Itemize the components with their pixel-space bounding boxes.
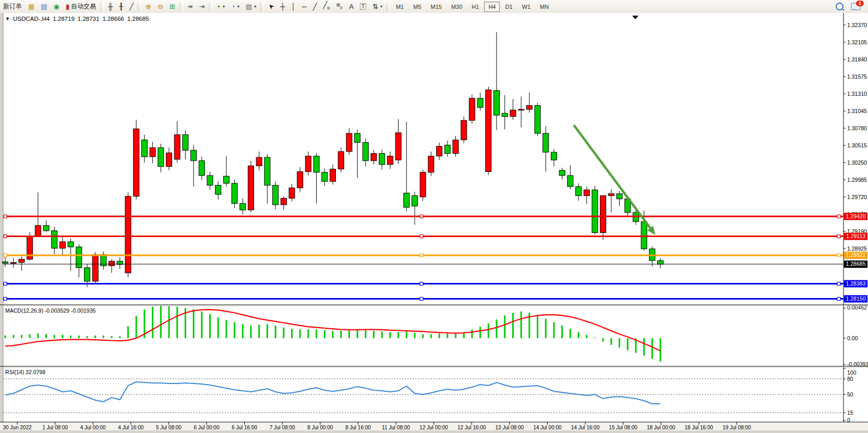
tile-windows-icon[interactable]: ⊞ <box>166 2 178 11</box>
candlestick-chart-icon[interactable]: ╂ <box>116 2 126 11</box>
price-level-badge-label: 1.28150 <box>846 295 866 302</box>
candle-body <box>264 157 270 185</box>
timeframe-mn-button[interactable]: MN <box>536 2 553 12</box>
price-tick-label: 1.31045 <box>847 108 867 114</box>
line-anchor-handle[interactable] <box>420 254 423 257</box>
candlestick <box>338 147 344 172</box>
line-anchor-handle[interactable] <box>4 298 7 301</box>
timeframe-d1-button[interactable]: D1 <box>501 2 516 12</box>
timeframe-h1-button[interactable]: H1 <box>467 2 483 12</box>
candle-body <box>199 160 204 176</box>
templates-icon[interactable]: ▧▾ <box>243 2 259 11</box>
candle-body <box>453 140 459 153</box>
line-anchor-handle[interactable] <box>837 298 840 301</box>
line-anchor-handle[interactable] <box>837 215 840 218</box>
line-anchor-handle[interactable] <box>4 215 7 218</box>
candle-body <box>355 133 360 142</box>
line-anchor-handle[interactable] <box>420 235 423 238</box>
indicators-icon[interactable]: +▾ <box>214 2 228 11</box>
line-anchor-handle[interactable] <box>420 298 423 301</box>
line-anchor-handle[interactable] <box>420 282 423 286</box>
timeframe-h4-button[interactable]: H4 <box>484 2 500 12</box>
vertical-line-icon[interactable]: │ <box>288 2 298 11</box>
line-anchor-handle[interactable] <box>4 235 7 238</box>
toolbar-separator <box>209 2 213 11</box>
line-anchor-handle[interactable] <box>420 215 423 218</box>
price-level-badge-label: 1.29420 <box>846 213 866 219</box>
notifications-icon[interactable]: 1 <box>851 3 861 10</box>
candle-body <box>387 156 393 165</box>
ohlc-open: 1.28719 <box>53 16 75 22</box>
timeframe-m1-button[interactable]: M1 <box>392 2 408 12</box>
timeframe-m15-button[interactable]: M15 <box>427 2 446 12</box>
horizontal-line-icon[interactable]: ─ <box>299 2 310 11</box>
shapes-icon-dropdown[interactable]: ▾ <box>380 4 382 9</box>
periods-icon[interactable]: ◔▾ <box>228 2 243 11</box>
line-anchor-handle[interactable] <box>837 235 840 238</box>
line-anchor-handle[interactable] <box>837 254 840 257</box>
chart-shift-icon[interactable]: ⇥ <box>196 2 208 11</box>
label-icon[interactable]: T <box>357 2 369 11</box>
crosshair-icon: ┼ <box>280 3 285 10</box>
new-order-button[interactable]: 新订单 <box>0 1 25 13</box>
line-chart-icon[interactable]: ╱ <box>126 2 137 11</box>
fibonacci-icon[interactable]: ≡F <box>333 0 346 13</box>
candle-body <box>486 90 491 172</box>
zoom-out-icon[interactable]: ⊖ <box>154 2 166 11</box>
templates-icon-dropdown[interactable]: ▾ <box>254 4 256 9</box>
shapes-icon[interactable]: ⇅▾ <box>369 2 385 11</box>
line-anchor-handle[interactable] <box>837 282 840 286</box>
bar-chart-icon[interactable]: ╫ <box>105 2 116 11</box>
timeframe-w1-button[interactable]: W1 <box>518 2 535 12</box>
candle-body <box>641 221 647 249</box>
candle-body <box>273 185 279 205</box>
channel-icon[interactable]: ╱E <box>320 0 333 13</box>
candle-body <box>510 110 516 116</box>
macd-label: MACD(12,26,9) -0.003529 -0.001935 <box>5 307 96 314</box>
timeframe-m5-button[interactable]: M5 <box>409 2 425 12</box>
symbol-dropdown-icon[interactable]: ▼ <box>5 16 10 21</box>
auto-trading-button[interactable]: ▮自动交易 <box>63 1 99 13</box>
cursor-icon[interactable]: ➤ <box>265 2 277 11</box>
candle-body <box>134 129 139 196</box>
market-watch-icon[interactable]: ◉ <box>51 2 63 11</box>
chart-window: ▼ USDCAD-,H4 1.28719 1.28731 1.28666 1.2… <box>0 13 868 433</box>
indicators-icon-dropdown[interactable]: ▾ <box>223 4 225 9</box>
price-tick-label: 1.31575 <box>847 73 867 80</box>
crosshair-icon[interactable]: ┼ <box>277 2 288 11</box>
candlestick <box>420 170 426 201</box>
profiles-icon[interactable]: ▤ <box>38 2 50 11</box>
time-tick-label: 1 Jul 08:00 <box>42 425 68 430</box>
auto-scroll-icon[interactable]: ↠ <box>184 2 196 11</box>
candle-body <box>559 170 565 176</box>
candle-body <box>109 261 115 266</box>
line-anchor-handle[interactable] <box>4 282 7 286</box>
candle-body <box>3 262 8 263</box>
candle-body <box>568 176 573 187</box>
candlestick-chart-icon: ╂ <box>119 3 123 10</box>
timeframe-m30-button[interactable]: M30 <box>447 2 466 12</box>
candle-body <box>477 98 483 107</box>
candle-body <box>535 105 540 133</box>
candle-body <box>256 157 262 166</box>
tile-windows-icon: ⊞ <box>170 3 175 10</box>
chart-canvas[interactable]: 1.323701.321051.318401.315751.313101.310… <box>0 13 868 433</box>
trendline-icon[interactable]: ╱ <box>310 2 320 11</box>
candle-body <box>412 196 418 206</box>
candle-body <box>617 194 622 199</box>
candle-body <box>600 196 606 233</box>
price-level-badge-label: 1.28383 <box>846 280 866 287</box>
bar-chart-icon: ╫ <box>108 3 113 10</box>
price-level-badge-label: 1.28685 <box>846 261 866 267</box>
periods-icon-dropdown[interactable]: ▾ <box>237 4 239 9</box>
time-tick-label: 30 Jun 2022 <box>3 425 31 430</box>
time-tick-label: 18 Jul 00:00 <box>647 425 676 430</box>
rsi-axis-label: 15 <box>847 410 853 416</box>
new-chart-icon[interactable]: ▦ <box>25 2 38 11</box>
candle-body <box>420 172 426 197</box>
zoom-in-icon[interactable]: ⊕ <box>142 2 154 11</box>
search-icon[interactable] <box>836 3 843 10</box>
line-anchor-handle[interactable] <box>4 254 7 257</box>
candle-body <box>592 190 598 232</box>
text-icon[interactable]: A <box>346 2 357 11</box>
